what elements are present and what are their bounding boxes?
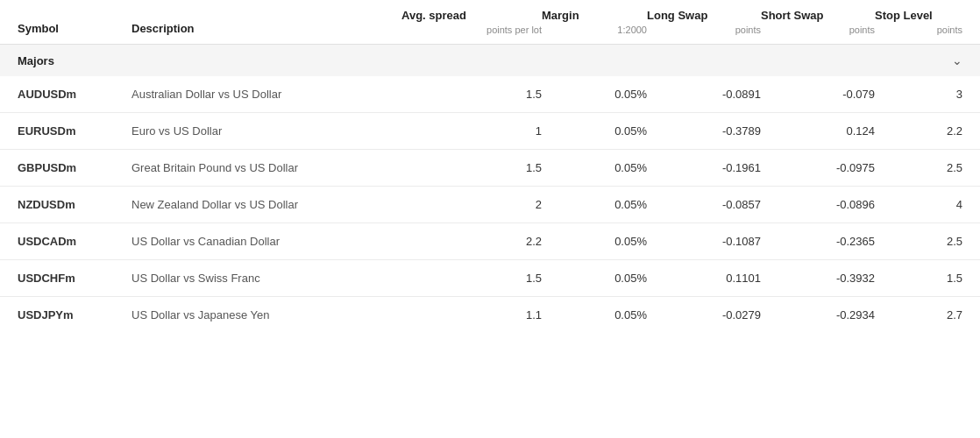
cell-short-swap: -0.2365 — [761, 235, 875, 248]
cell-margin: 0.05% — [542, 88, 647, 101]
cell-margin: 0.05% — [542, 272, 647, 285]
cell-stop-level: 2.5 — [875, 161, 962, 174]
header-avg-spread: Avg. spread points per lot — [401, 9, 542, 35]
cell-short-swap: -0.2934 — [761, 308, 875, 321]
section-header-majors[interactable]: Majors ⌄ — [0, 45, 980, 76]
cell-description: US Dollar vs Japanese Yen — [131, 308, 401, 321]
cell-symbol: EURUSDm — [18, 124, 131, 138]
header-symbol: Symbol — [18, 22, 131, 35]
cell-stop-level: 4 — [875, 198, 962, 211]
cell-margin: 0.05% — [542, 124, 647, 138]
cell-margin: 0.05% — [542, 235, 647, 248]
cell-long-swap: -0.0891 — [647, 88, 761, 101]
cell-margin: 0.05% — [542, 308, 647, 321]
header-description: Description — [131, 22, 401, 35]
table-row: NZDUSDm New Zealand Dollar vs US Dollar … — [0, 187, 980, 223]
cell-symbol: GBPUSDm — [18, 161, 131, 174]
cell-margin: 0.05% — [542, 161, 647, 174]
cell-avg-spread: 1 — [401, 124, 542, 138]
cell-symbol: AUDUSDm — [18, 88, 131, 101]
cell-short-swap: 0.124 — [761, 124, 875, 138]
cell-description: Euro vs US Dollar — [131, 124, 401, 138]
cell-avg-spread: 2 — [401, 198, 542, 211]
cell-symbol: USDCADm — [18, 235, 131, 248]
table-row: AUDUSDm Australian Dollar vs US Dollar 1… — [0, 76, 980, 113]
cell-description: Australian Dollar vs US Dollar — [131, 88, 401, 101]
cell-short-swap: -0.0896 — [761, 198, 875, 211]
cell-symbol: USDJPYm — [18, 308, 131, 321]
table-row: USDCADm US Dollar vs Canadian Dollar 2.2… — [0, 223, 980, 260]
main-table: Symbol Description Avg. spread points pe… — [0, 0, 980, 438]
cell-long-swap: -0.0279 — [647, 308, 761, 321]
cell-description: US Dollar vs Swiss Franc — [131, 272, 401, 285]
cell-long-swap: -0.1087 — [647, 235, 761, 248]
table-row: USDJPYm US Dollar vs Japanese Yen 1.1 0.… — [0, 297, 980, 333]
table-row: USDCHFm US Dollar vs Swiss Franc 1.5 0.0… — [0, 260, 980, 297]
cell-avg-spread: 1.5 — [401, 272, 542, 285]
table-row: GBPUSDm Great Britain Pound vs US Dollar… — [0, 150, 980, 187]
cell-avg-spread: 1.5 — [401, 88, 542, 101]
header-stop-level: Stop Level points — [875, 9, 962, 35]
cell-long-swap: -0.0857 — [647, 198, 761, 211]
header-margin: Margin 1:2000 — [542, 9, 647, 35]
cell-long-swap: -0.1961 — [647, 161, 761, 174]
chevron-icon[interactable]: ⌄ — [875, 53, 962, 67]
cell-stop-level: 2.7 — [875, 308, 962, 321]
header-short-swap: Short Swap points — [761, 9, 875, 35]
cell-stop-level: 3 — [875, 88, 962, 101]
table-header-row: Symbol Description Avg. spread points pe… — [0, 0, 980, 45]
cell-stop-level: 1.5 — [875, 272, 962, 285]
table-body: AUDUSDm Australian Dollar vs US Dollar 1… — [0, 76, 980, 333]
header-long-swap: Long Swap points — [647, 9, 761, 35]
cell-description: Great Britain Pound vs US Dollar — [131, 161, 401, 174]
cell-avg-spread: 1.5 — [401, 161, 542, 174]
cell-symbol: NZDUSDm — [18, 198, 131, 211]
cell-description: US Dollar vs Canadian Dollar — [131, 235, 401, 248]
cell-symbol: USDCHFm — [18, 272, 131, 285]
cell-short-swap: -0.079 — [761, 88, 875, 101]
table-row: EURUSDm Euro vs US Dollar 1 0.05% -0.378… — [0, 113, 980, 150]
cell-stop-level: 2.5 — [875, 235, 962, 248]
cell-short-swap: -0.3932 — [761, 272, 875, 285]
cell-avg-spread: 2.2 — [401, 235, 542, 248]
cell-avg-spread: 1.1 — [401, 308, 542, 321]
cell-margin: 0.05% — [542, 198, 647, 211]
cell-long-swap: -0.3789 — [647, 124, 761, 138]
cell-description: New Zealand Dollar vs US Dollar — [131, 198, 401, 211]
cell-stop-level: 2.2 — [875, 124, 962, 138]
cell-long-swap: 0.1101 — [647, 272, 761, 285]
cell-short-swap: -0.0975 — [761, 161, 875, 174]
